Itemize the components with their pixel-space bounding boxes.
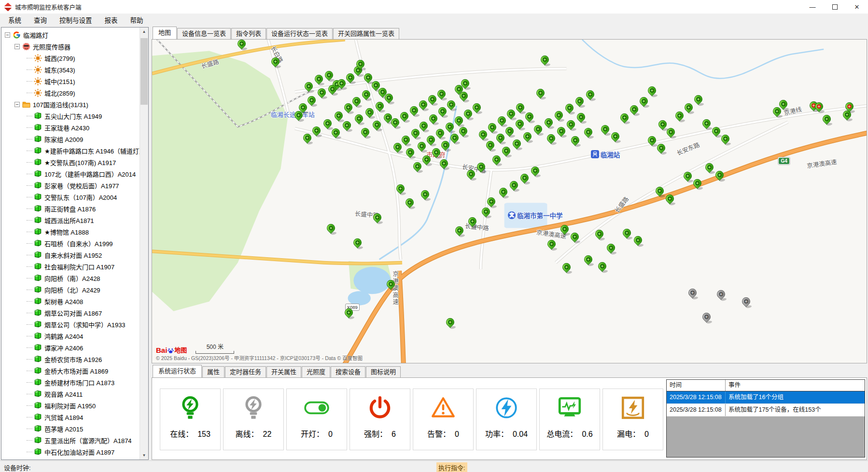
card-label: 漏电： <box>617 428 640 439</box>
tree-guide <box>27 429 32 429</box>
tree-device-27[interactable]: 芭茅塘 A2015 <box>1 423 140 434</box>
main-tab-4[interactable]: 开关回路属性一览表 <box>333 28 399 39</box>
tree-group-devices[interactable]: −107国道沿线(31/31) <box>1 98 140 110</box>
menu-item-0[interactable]: 系统 <box>2 13 28 27</box>
main-tab-1[interactable]: 设备信息一览表 <box>177 28 231 39</box>
main-tab-0[interactable]: 地图 <box>153 27 177 39</box>
sun-icon <box>34 66 42 74</box>
tree-device-4[interactable]: ★交警队西(107南) A1917 <box>1 156 140 168</box>
tree-device-9[interactable]: 城西派出所A1871 <box>1 214 140 226</box>
device-flag-icon <box>34 390 42 398</box>
menu-item-3[interactable]: 报表 <box>98 13 124 27</box>
card-value: 0 <box>644 430 649 439</box>
map-viewport[interactable]: 长盛路长白路临湘长途汽车站市政府长安中路长安东路京港线长盛路长盛中路长盛中路京港… <box>152 39 867 363</box>
tree-root[interactable]: −临湘路灯 <box>1 29 140 41</box>
close-button[interactable]: ✕ <box>846 0 868 14</box>
tree-group-sensors[interactable]: −光照度传感器 <box>1 41 140 52</box>
tree-device-11[interactable]: 石咀桥（自来水）A1999 <box>1 237 140 249</box>
tree-device-3[interactable]: ★建新中路路口东 A1946（辅道灯） <box>1 145 140 156</box>
tree-sensor-2[interactable]: 城中(2151) <box>1 75 140 87</box>
tree-label: 光照度传感器 <box>33 42 70 51</box>
tree-device-29[interactable]: 中石化加油站对面 A1897 <box>1 446 140 458</box>
device-flag-icon <box>34 274 42 282</box>
tree-device-10[interactable]: ★博物馆 A1888 <box>1 226 140 237</box>
tree-device-12[interactable]: 自来水斜对面 A1952 <box>1 249 140 261</box>
scroll-up-icon[interactable]: ▲ <box>140 28 148 36</box>
tree-label: 金桥农贸市场 A1926 <box>44 355 102 364</box>
tree-label: 社会福利院大门口 A1907 <box>44 262 114 271</box>
collapse-toggle-icon[interactable]: − <box>5 32 10 38</box>
tree-device-13[interactable]: 社会福利院大门口 A1907 <box>1 261 140 272</box>
tree-guide <box>27 69 32 70</box>
menu-item-2[interactable]: 控制与设置 <box>53 13 98 27</box>
bottom-tab-4[interactable]: 光照度 <box>302 366 330 377</box>
tree-device-19[interactable]: 鸿鹤路 A2404 <box>1 330 140 342</box>
scrollbar-thumb[interactable] <box>140 38 148 105</box>
main-tab-3[interactable]: 设备运行状态一览表 <box>266 28 333 39</box>
tree-device-6[interactable]: 彭家巷（党校后面）A1977 <box>1 180 140 191</box>
tree-device-20[interactable]: 谭家冲 A2406 <box>1 342 140 353</box>
tree-label: 彭家巷（党校后面）A1977 <box>44 181 119 190</box>
maximize-button[interactable] <box>824 0 846 14</box>
tree-device-17[interactable]: 烟草公司对面 A1867 <box>1 307 140 319</box>
bottom-tab-1[interactable]: 属性 <box>202 366 224 377</box>
bottom-tab-3[interactable]: 开关属性 <box>266 366 301 377</box>
tree-device-14[interactable]: 向阳桥（南）A2428 <box>1 272 140 284</box>
log-col-event[interactable]: 事件 <box>726 380 865 391</box>
tree-device-26[interactable]: 汽贸城 A1894 <box>1 411 140 423</box>
tree-sensor-0[interactable]: 城西(2799) <box>1 52 140 64</box>
bottom-tab-6[interactable]: 图标说明 <box>366 366 401 377</box>
tree-label: ★交警队西(107南) A1917 <box>44 158 116 167</box>
tree-guide <box>27 440 32 441</box>
log-col-time[interactable]: 时间 <box>667 380 726 391</box>
menu-item-4[interactable]: 帮助 <box>124 13 150 27</box>
bottom-tab-0[interactable]: 系统运行状态 <box>153 365 202 377</box>
tree-label: 南正街转盘 A1876 <box>44 204 96 213</box>
minimize-button[interactable]: — <box>801 0 824 14</box>
tree-device-7[interactable]: 交警队东（107南）A2004 <box>1 191 140 203</box>
station-name: 临湘站 <box>601 150 620 159</box>
tree-device-21[interactable]: 金桥农贸市场 A1926 <box>1 353 140 365</box>
tree-device-24[interactable]: 观音路 A2411 <box>1 388 140 400</box>
log-row-time: 2025/3/28 12:15:08 <box>667 391 726 403</box>
main-tab-2[interactable]: 指令列表 <box>231 28 266 39</box>
tree-device-16[interactable]: 梨树巷 A2408 <box>1 295 140 307</box>
menu-item-1[interactable]: 查询 <box>28 13 53 27</box>
log-row[interactable]: 2025/3/28 12:15:08系统加载了175个设备，在线153个 <box>667 404 865 416</box>
log-row-event: 系统加载了175个设备，在线153个 <box>726 404 865 416</box>
tree-label: 城东(3543) <box>44 65 75 74</box>
tree-guide <box>27 127 32 128</box>
menu-bar: 系统查询控制与设置报表帮助 <box>0 14 868 26</box>
online-icon <box>177 395 203 421</box>
tree-device-28[interactable]: 五里派出所（富源汽配）A1874 <box>1 434 140 446</box>
device-flag-icon <box>34 239 42 248</box>
tree-device-18[interactable]: 烟草公司（求知中学）A1933 <box>1 319 140 330</box>
collapse-toggle-icon[interactable]: − <box>14 44 20 49</box>
power-icon <box>493 395 519 421</box>
tree-device-0[interactable]: 五尖山大门东 A1949 <box>1 110 140 122</box>
bottom-tab-5[interactable]: 搜索设备 <box>331 366 365 377</box>
tree-device-22[interactable]: 金桥大市场对面 A1869 <box>1 365 140 376</box>
tree-device-8[interactable]: 南正街转盘 A1876 <box>1 203 140 214</box>
tree-device-5[interactable]: 107北（建新中路路口西）A2014 <box>1 168 140 180</box>
tree-sensor-3[interactable]: 城北(2859) <box>1 87 140 98</box>
card-label: 离线： <box>236 428 259 439</box>
tree-guide <box>27 162 32 163</box>
tree-label: 交警队东（107南）A2004 <box>44 193 117 202</box>
scroll-down-icon[interactable]: ▼ <box>140 451 148 459</box>
tree-label: 鸿鹤路 A2404 <box>44 332 83 341</box>
tree-device-1[interactable]: 王家珑巷 A2430 <box>1 122 140 133</box>
tree-device-2[interactable]: 陈家组 A2009 <box>1 133 140 145</box>
leakage-icon <box>620 395 646 421</box>
tree-device-23[interactable]: 金桥建材市场门口 A1873 <box>1 376 140 388</box>
tree-scrollbar[interactable]: ▲ ▼ <box>140 28 148 459</box>
bottom-tab-2[interactable]: 定时器任务 <box>225 366 266 377</box>
tree-sensor-1[interactable]: 城东(3543) <box>1 64 140 75</box>
tree-label: 五里派出所（富源汽配）A1874 <box>44 436 132 445</box>
tree-guide <box>27 278 32 278</box>
device-flag-icon <box>34 228 42 236</box>
log-row[interactable]: 2025/3/28 12:15:08系统加载了16个分组 <box>667 391 865 404</box>
tree-device-15[interactable]: 向阳桥（北）A2429 <box>1 284 140 295</box>
collapse-toggle-icon[interactable]: − <box>14 102 20 107</box>
tree-device-25[interactable]: 福利院对面 A1950 <box>1 400 140 411</box>
